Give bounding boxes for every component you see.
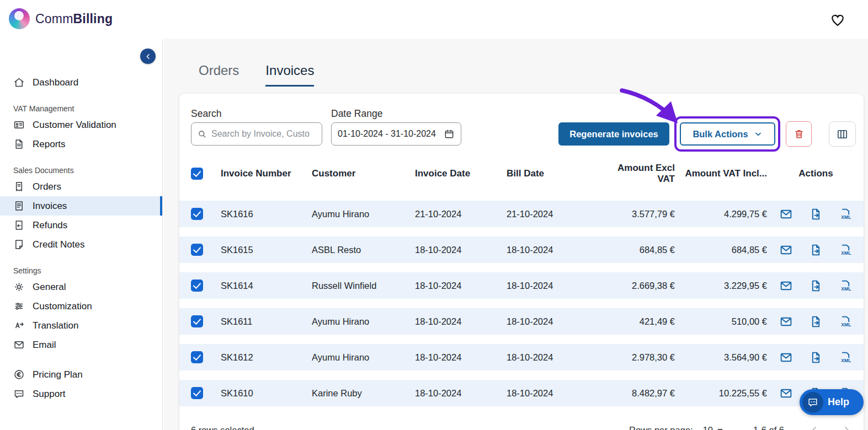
sidebar-section-sales-documents: Sales Documents — [0, 166, 162, 175]
bulk-actions-button[interactable]: Bulk Actions — [680, 122, 775, 146]
cell-invoice-date: 18-10-2024 — [415, 352, 507, 363]
table-body: SK1616 Ayumu Hirano 21-10-2024 21-10-202… — [179, 201, 864, 416]
rows-per-page-select[interactable]: 10 — [703, 425, 723, 430]
row-checkbox[interactable] — [191, 280, 203, 292]
brand-prefix: Comm — [35, 12, 73, 26]
sidebar-item-customer-validation[interactable]: Customer Validation — [0, 115, 162, 135]
gear-icon — [13, 281, 25, 293]
row-actions — [768, 207, 864, 221]
row-checkbox[interactable] — [191, 351, 203, 363]
tab-orders[interactable]: Orders — [199, 63, 239, 87]
email-invoice-icon[interactable] — [779, 207, 793, 221]
xml-download-icon[interactable] — [839, 279, 853, 293]
email-invoice-icon[interactable] — [779, 279, 793, 293]
cell-customer: Ayumu Hirano — [312, 316, 415, 327]
invoice-icon — [13, 200, 25, 212]
xml-download-icon[interactable] — [839, 315, 853, 329]
sidebar-item-customization[interactable]: Customization — [0, 297, 162, 316]
home-icon — [13, 77, 25, 88]
table-row[interactable]: SK1615 ASBL Resto 18-10-2024 18-10-2024 … — [179, 237, 864, 263]
sidebar-item-label: Refunds — [33, 220, 67, 231]
search-icon — [197, 129, 207, 139]
export-invoice-icon[interactable] — [809, 279, 823, 293]
cell-invoice-number: SK1612 — [221, 352, 312, 363]
table-row[interactable]: SK1612 Ayumu Hirano 18-10-2024 18-10-202… — [179, 344, 864, 370]
date-range-input[interactable]: 01-10-2024 - 31-10-2024 — [331, 122, 461, 146]
cell-amount-excl-vat: 3.577,79 € — [600, 209, 676, 219]
sidebar-item-label: Customer Validation — [33, 120, 116, 131]
sidebar-item-label: Dashboard — [33, 77, 78, 88]
column-header[interactable]: Invoice Number — [221, 168, 312, 179]
export-invoice-icon[interactable] — [809, 351, 823, 364]
xml-download-icon[interactable] — [839, 243, 853, 257]
sidebar-section-vat-management: VAT Management — [0, 104, 162, 113]
sidebar-item-support[interactable]: Support — [0, 384, 162, 404]
heart-icon[interactable] — [829, 12, 846, 28]
search-box — [191, 122, 322, 146]
sidebar-item-dashboard[interactable]: Dashboard — [0, 73, 162, 92]
sidebar-item-invoices[interactable]: Invoices — [0, 196, 162, 216]
row-checkbox[interactable] — [191, 208, 203, 220]
sidebar-item-label: Orders — [33, 181, 61, 192]
tab-invoices[interactable]: Invoices — [265, 63, 314, 87]
column-header[interactable]: Customer — [312, 168, 415, 179]
email-invoice-icon[interactable] — [779, 386, 793, 400]
row-checkbox[interactable] — [191, 315, 203, 327]
sidebar-item-label: Invoices — [33, 201, 67, 212]
sidebar-item-translation[interactable]: Translation — [0, 316, 162, 335]
column-settings-button[interactable] — [829, 121, 856, 147]
sidebar-collapse-button[interactable] — [140, 49, 156, 64]
sidebar-item-general[interactable]: General — [0, 277, 162, 297]
cell-amount-vat-incl: 684,85 € — [676, 245, 768, 255]
translate-icon — [13, 320, 25, 331]
cell-invoice-number: SK1615 — [221, 245, 312, 255]
column-header[interactable]: Amount VAT Incl... — [676, 168, 768, 179]
help-button[interactable]: Help — [800, 389, 864, 415]
table-row[interactable]: SK1614 Russell Winfield 18-10-2024 18-10… — [179, 272, 864, 299]
brand-suffix: Billing — [73, 12, 113, 26]
sidebar-item-label: Reports — [33, 139, 66, 150]
sidebar-item-label: Credit Notes — [33, 239, 84, 250]
sidebar-item-orders[interactable]: Orders — [0, 177, 162, 196]
email-invoice-icon[interactable] — [779, 351, 793, 364]
export-invoice-icon[interactable] — [809, 315, 823, 329]
regenerate-invoices-button[interactable]: Regenerate invoices — [558, 122, 669, 146]
sidebar-item-reports[interactable]: Reports — [0, 135, 162, 154]
sidebar-item-label: Support — [33, 389, 66, 400]
chevron-down-icon — [754, 130, 763, 138]
column-header[interactable]: Invoice Date — [415, 168, 507, 179]
email-invoice-icon[interactable] — [779, 315, 793, 329]
row-checkbox[interactable] — [191, 244, 203, 256]
export-invoice-icon[interactable] — [809, 243, 823, 257]
report-document-icon — [13, 138, 25, 150]
refund-icon — [13, 219, 25, 231]
select-all-checkbox[interactable] — [191, 168, 203, 180]
sidebar-item-label: General — [33, 282, 66, 293]
email-invoice-icon[interactable] — [779, 243, 793, 257]
search-input[interactable] — [211, 129, 316, 139]
sidebar-item-refunds[interactable]: Refunds — [0, 216, 162, 235]
xml-download-icon[interactable] — [839, 351, 853, 364]
previous-page-icon[interactable] — [809, 424, 820, 430]
table-row[interactable]: SK1610 Karine Ruby 18-10-2024 18-10-2024… — [179, 380, 864, 406]
column-header[interactable]: Bill Date — [507, 168, 600, 179]
sidebar-item-label: Email — [33, 340, 56, 351]
row-actions — [768, 279, 864, 293]
column-header: Actions — [768, 168, 864, 179]
row-checkbox[interactable] — [191, 387, 203, 399]
sidebar-item-credit-notes[interactable]: Credit Notes — [0, 235, 162, 254]
table-row[interactable]: SK1611 Ayumu Hirano 18-10-2024 18-10-202… — [179, 308, 864, 335]
sidebar-item-pricing-plan[interactable]: Pricing Plan — [0, 365, 162, 384]
rows-per-page-label: Rows per page: — [629, 425, 693, 430]
table-row[interactable]: SK1616 Ayumu Hirano 21-10-2024 21-10-202… — [179, 201, 864, 227]
sidebar-item-email[interactable]: Email — [0, 335, 162, 354]
next-page-icon[interactable] — [841, 424, 852, 430]
envelope-icon — [13, 339, 25, 351]
column-header[interactable]: Amount Excl VAT — [600, 163, 676, 185]
credit-note-icon — [13, 239, 25, 250]
export-invoice-icon[interactable] — [809, 207, 823, 221]
xml-download-icon[interactable] — [839, 207, 853, 221]
cell-invoice-date: 18-10-2024 — [415, 281, 507, 291]
delete-button[interactable] — [786, 121, 812, 147]
search-label: Search — [191, 108, 221, 120]
